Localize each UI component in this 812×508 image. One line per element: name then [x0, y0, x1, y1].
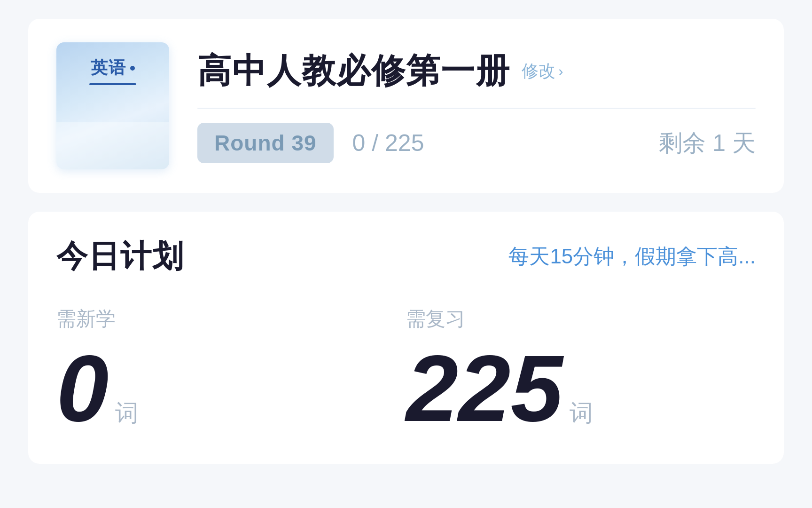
cover-bottom-area — [56, 122, 169, 169]
review-value-row: 225 词 — [406, 341, 756, 436]
plan-promo-text[interactable]: 每天15分钟，假期拿下高... — [508, 243, 756, 270]
book-title: 高中人教必修第一册 — [197, 48, 510, 94]
new-learn-value: 0 — [56, 341, 109, 436]
cover-dot — [130, 66, 135, 71]
review-stat: 需复习 225 词 — [406, 306, 756, 436]
review-unit: 词 — [570, 397, 593, 429]
book-card: 英语 高中人教必修第一册 修改 › Round 39 0 / 225 剩余 1 … — [28, 19, 784, 193]
plan-title: 今日计划 — [56, 235, 184, 278]
new-learn-value-row: 0 词 — [56, 341, 406, 436]
plan-section: 今日计划 每天15分钟，假期拿下高... 需新学 0 词 需复习 225 词 — [28, 212, 784, 464]
book-cover: 英语 — [56, 42, 169, 169]
new-learn-unit: 词 — [115, 397, 139, 429]
new-learn-label: 需新学 — [56, 306, 406, 332]
progress-text: 0 / 225 — [352, 129, 424, 157]
review-value: 225 — [406, 341, 563, 436]
review-label: 需复习 — [406, 306, 756, 332]
edit-label: 修改 — [522, 60, 555, 83]
plan-stats: 需新学 0 词 需复习 225 词 — [56, 306, 756, 436]
cover-underline — [89, 83, 136, 85]
divider — [197, 108, 756, 109]
page-container: 英语 高中人教必修第一册 修改 › Round 39 0 / 225 剩余 1 … — [0, 0, 812, 508]
title-row: 高中人教必修第一册 修改 › — [197, 48, 756, 94]
round-badge: Round 39 — [197, 123, 334, 163]
plan-header: 今日计划 每天15分钟，假期拿下高... — [56, 235, 756, 278]
chevron-right-icon: › — [558, 63, 563, 80]
cover-label: 英语 — [91, 56, 126, 79]
new-learn-stat: 需新学 0 词 — [56, 306, 406, 436]
stats-row: Round 39 0 / 225 剩余 1 天 — [197, 123, 756, 163]
book-info: 高中人教必修第一册 修改 › Round 39 0 / 225 剩余 1 天 — [197, 48, 756, 163]
edit-button[interactable]: 修改 › — [522, 60, 563, 83]
remaining-text: 剩余 1 天 — [659, 127, 756, 159]
